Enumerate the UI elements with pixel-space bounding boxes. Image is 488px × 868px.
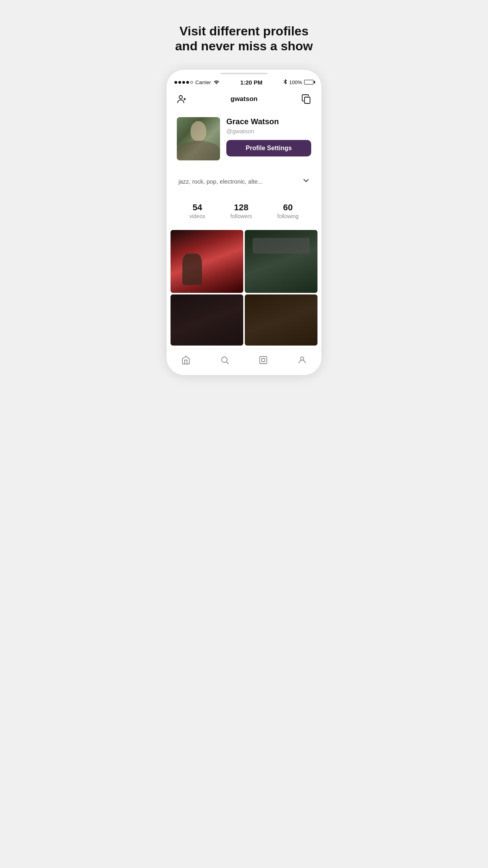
capture-nav-item[interactable] bbox=[252, 354, 274, 369]
svg-rect-3 bbox=[305, 97, 310, 103]
chevron-down-icon bbox=[303, 177, 310, 186]
notch-bar bbox=[220, 73, 268, 74]
genres-text: jazz, rock, pop, electronic, alte... bbox=[178, 178, 262, 185]
page-wrapper: Visit different profiles and never miss … bbox=[163, 8, 325, 375]
signal-dot-3 bbox=[182, 81, 185, 84]
profile-icon bbox=[297, 355, 307, 367]
wifi-icon bbox=[213, 79, 220, 85]
followers-count: 128 bbox=[230, 202, 252, 213]
phone-frame: Carrier 1:20 PM 100% bbox=[167, 70, 321, 375]
videos-stat[interactable]: 54 videos bbox=[189, 202, 205, 220]
status-time: 1:20 PM bbox=[240, 79, 262, 86]
search-nav-item[interactable] bbox=[214, 354, 236, 369]
battery-percent: 100% bbox=[289, 79, 302, 85]
carrier-text: Carrier bbox=[195, 79, 211, 85]
video-thumb-2[interactable] bbox=[245, 230, 317, 293]
svg-rect-7 bbox=[262, 359, 265, 362]
videos-count: 54 bbox=[189, 202, 205, 213]
battery-icon bbox=[304, 80, 314, 85]
svg-point-0 bbox=[179, 96, 182, 99]
video-grid-row-1 bbox=[171, 230, 317, 293]
capture-icon bbox=[259, 355, 268, 367]
nav-username: gwatson bbox=[231, 95, 258, 103]
profile-name: Grace Watson bbox=[226, 117, 311, 126]
signal-dot-4 bbox=[186, 81, 189, 84]
profile-section: Grace Watson @gwatson Profile Settings bbox=[171, 111, 317, 167]
profile-handle: @gwatson bbox=[226, 128, 311, 134]
notch bbox=[167, 70, 321, 74]
signal-dots bbox=[174, 81, 193, 84]
bluetooth-icon bbox=[283, 79, 287, 86]
profile-photo bbox=[177, 117, 220, 160]
home-nav-item[interactable] bbox=[175, 354, 197, 369]
videos-label: videos bbox=[189, 213, 205, 219]
page-title: Visit different profiles and never miss … bbox=[163, 24, 325, 54]
followers-stat[interactable]: 128 followers bbox=[230, 202, 252, 220]
home-icon bbox=[181, 355, 191, 367]
genres-section[interactable]: jazz, rock, pop, electronic, alte... bbox=[171, 171, 317, 192]
following-count: 60 bbox=[277, 202, 299, 213]
video-thumb-1[interactable] bbox=[171, 230, 243, 293]
signal-dot-2 bbox=[178, 81, 181, 84]
following-label: following bbox=[277, 213, 299, 219]
bottom-nav bbox=[167, 349, 321, 375]
video-thumb-4[interactable] bbox=[245, 294, 317, 346]
video-grid-row-2 bbox=[171, 294, 317, 346]
status-left: Carrier bbox=[174, 79, 220, 85]
status-bar: Carrier 1:20 PM 100% bbox=[167, 74, 321, 89]
profile-nav-item[interactable] bbox=[291, 354, 313, 369]
svg-line-5 bbox=[226, 362, 229, 364]
search-icon bbox=[220, 355, 229, 367]
svg-point-4 bbox=[222, 357, 227, 362]
stats-section: 54 videos 128 followers 60 following bbox=[171, 196, 317, 226]
status-right: 100% bbox=[283, 79, 314, 86]
copy-button[interactable] bbox=[299, 92, 314, 106]
nav-bar: gwatson bbox=[167, 89, 321, 111]
svg-rect-6 bbox=[260, 357, 267, 364]
person-add-button[interactable] bbox=[174, 92, 189, 106]
video-thumb-3[interactable] bbox=[171, 294, 243, 346]
profile-info: Grace Watson @gwatson Profile Settings bbox=[226, 117, 311, 156]
following-stat[interactable]: 60 following bbox=[277, 202, 299, 220]
followers-label: followers bbox=[230, 213, 252, 219]
signal-dot-5 bbox=[190, 81, 193, 84]
profile-settings-button[interactable]: Profile Settings bbox=[226, 140, 311, 156]
signal-dot-1 bbox=[174, 81, 177, 84]
svg-point-8 bbox=[301, 357, 304, 360]
profile-photo-img bbox=[177, 117, 220, 160]
